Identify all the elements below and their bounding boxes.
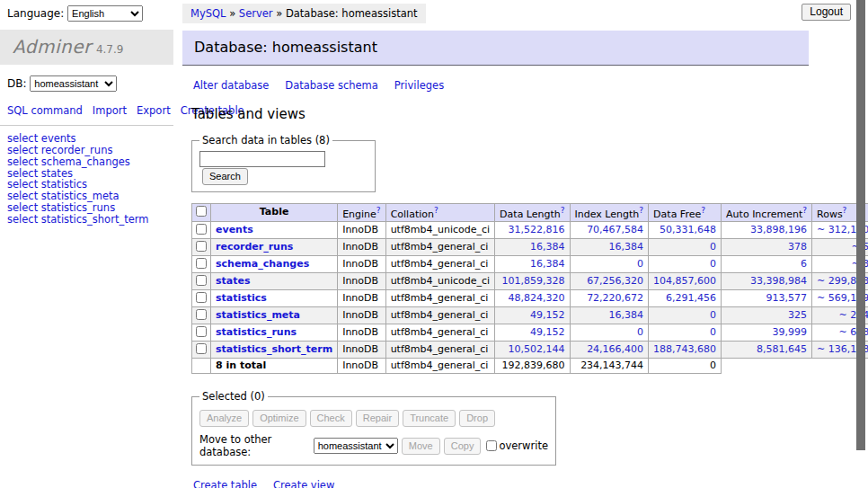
check-button[interactable]: Check	[310, 410, 352, 427]
total-data-free: 0	[649, 359, 722, 374]
select-all-checkbox[interactable]	[196, 206, 207, 217]
row-checkbox[interactable]	[196, 309, 207, 320]
cell-data-free: 0	[649, 324, 722, 342]
logout-button[interactable]: Logout	[802, 4, 851, 21]
cell-data-free: 50,331,648	[649, 222, 722, 239]
row-checkbox-cell	[192, 290, 211, 307]
cell-engine: InnoDB	[338, 239, 385, 256]
help-link[interactable]: ?	[802, 206, 807, 215]
cell-table-name: statistics_short_term	[211, 342, 338, 359]
row-checkbox[interactable]	[196, 292, 207, 303]
db-action-alter-database[interactable]: Alter database	[193, 79, 269, 92]
breadcrumb-link-mysql[interactable]: MySQL	[190, 7, 226, 20]
sidebar-item-select-statistics-meta[interactable]: select statistics_meta	[7, 191, 166, 202]
column-header-engine: Engine?	[338, 203, 385, 222]
database-action-links: Alter databaseDatabase schemaPrivileges	[193, 79, 820, 92]
optimize-button[interactable]: Optimize	[252, 410, 306, 427]
sidebar-actions: SQL commandImportExportCreate table	[7, 104, 144, 117]
total-label: 8 in total	[211, 359, 338, 374]
sidebar-item-select-schema-changes[interactable]: select schema_changes	[7, 156, 166, 168]
cell-collation: utf8mb4_unicode_ci	[385, 222, 494, 239]
adminer-logo-text: Adminer	[13, 36, 92, 58]
row-checkbox[interactable]	[196, 275, 207, 286]
scrollbar-thumb[interactable]	[856, 0, 865, 450]
table-name-link[interactable]: statistics	[216, 292, 267, 304]
row-checkbox[interactable]	[196, 258, 207, 269]
footer-action-create-table[interactable]: Create table	[193, 479, 257, 488]
table-row-events: eventsInnoDButf8mb4_unicode_ci31,522,816…	[192, 222, 868, 239]
table-name-link[interactable]: events	[216, 224, 253, 235]
table-row-statistics-runs: statistics_runsInnoDButf8mb4_general_ci4…	[192, 324, 868, 342]
table-name-link[interactable]: recorder_runs	[216, 241, 293, 253]
row-checkbox[interactable]	[196, 326, 207, 337]
sidebar-action-sql-command[interactable]: SQL command	[7, 104, 83, 117]
cell-engine: InnoDB	[338, 342, 385, 359]
move-db-select[interactable]: homeassistant	[314, 438, 398, 454]
sidebar-item-select-statistics-short-term[interactable]: select statistics_short_term	[7, 214, 166, 226]
cell-index-length: 16,384	[570, 239, 649, 256]
truncate-button[interactable]: Truncate	[403, 410, 456, 427]
copy-button[interactable]: Copy	[444, 438, 482, 455]
cell-table-name: schema_changes	[211, 256, 338, 273]
drop-button[interactable]: Drop	[459, 410, 495, 427]
column-header-auto-increment: Auto Increment?	[722, 203, 812, 222]
cell-engine: InnoDB	[338, 324, 385, 342]
breadcrumb-separator: »	[226, 7, 239, 20]
sidebar-item-select-statistics-runs[interactable]: select statistics_runs	[7, 202, 166, 214]
search-input[interactable]	[199, 151, 325, 167]
db-selector-row: DB: homeassistant	[0, 65, 173, 93]
table-row-schema-changes: schema_changesInnoDButf8mb4_general_ci16…	[192, 256, 868, 273]
move-button[interactable]: Move	[402, 438, 440, 455]
sidebar-action-export[interactable]: Export	[137, 104, 171, 117]
cell-engine: InnoDB	[338, 290, 385, 307]
column-header-index-length: Index Length?	[570, 203, 649, 222]
analyze-button[interactable]: Analyze	[199, 410, 249, 427]
column-header-label: Engine	[342, 208, 376, 219]
cell-collation: utf8mb4_general_ci	[385, 290, 494, 307]
db-action-database-schema[interactable]: Database schema	[285, 79, 377, 92]
table-body: eventsInnoDButf8mb4_unicode_ci31,522,816…	[192, 222, 868, 374]
search-button[interactable]: Search	[202, 168, 248, 185]
language-select[interactable]: English	[67, 5, 143, 22]
row-checkbox[interactable]	[196, 224, 207, 235]
cell-data-length: 48,824,320	[495, 290, 570, 307]
help-link[interactable]: ?	[639, 206, 643, 215]
db-action-privileges[interactable]: Privileges	[394, 79, 444, 92]
help-link[interactable]: ?	[701, 206, 705, 215]
table-name-link[interactable]: schema_changes	[216, 258, 309, 270]
cell-engine: InnoDB	[338, 273, 385, 290]
sidebar-divider	[0, 125, 173, 126]
table-name-link[interactable]: states	[216, 275, 251, 287]
help-link[interactable]: ?	[843, 206, 847, 215]
cell-auto-increment: 39,999	[722, 324, 812, 342]
cell-data-length: 16,384	[495, 256, 570, 273]
column-header-data-length: Data Length?	[495, 203, 570, 222]
page: Language: English Adminer 4.7.9 DB: home…	[0, 0, 868, 488]
help-link[interactable]: ?	[376, 206, 381, 215]
overwrite-label: overwrite	[499, 439, 548, 452]
table-name-link[interactable]: statistics_short_term	[216, 343, 332, 355]
total-collation: utf8mb4_general_ci	[385, 359, 494, 374]
overwrite-option: overwrite	[486, 439, 548, 452]
row-checkbox[interactable]	[196, 241, 207, 252]
help-link[interactable]: ?	[434, 206, 438, 215]
help-link[interactable]: ?	[561, 206, 565, 215]
repair-button[interactable]: Repair	[356, 410, 399, 427]
row-checkbox-cell	[192, 273, 211, 290]
cell-data-length: 31,522,816	[495, 222, 570, 239]
breadcrumb-link-server[interactable]: Server	[239, 7, 273, 20]
table-name-link[interactable]: statistics_meta	[216, 309, 300, 321]
overwrite-checkbox[interactable]	[486, 440, 497, 451]
row-checkbox-cell	[192, 307, 211, 324]
cell-data-length: 16,384	[495, 239, 570, 256]
column-header-label: Data Free	[653, 208, 701, 219]
main-content: MySQL » Server » Database: homeassistant…	[182, 0, 820, 488]
db-select[interactable]: homeassistant	[30, 75, 117, 92]
sidebar-action-import[interactable]: Import	[93, 104, 127, 117]
table-row-statistics-meta: statistics_metaInnoDButf8mb4_general_ci4…	[192, 307, 868, 324]
row-checkbox[interactable]	[196, 343, 207, 354]
sidebar-item-select-recorder-runs[interactable]: select recorder_runs	[7, 145, 166, 156]
column-header-data-free: Data Free?	[649, 203, 722, 222]
table-name-link[interactable]: statistics_runs	[216, 326, 297, 338]
footer-action-create-view[interactable]: Create view	[273, 479, 334, 488]
